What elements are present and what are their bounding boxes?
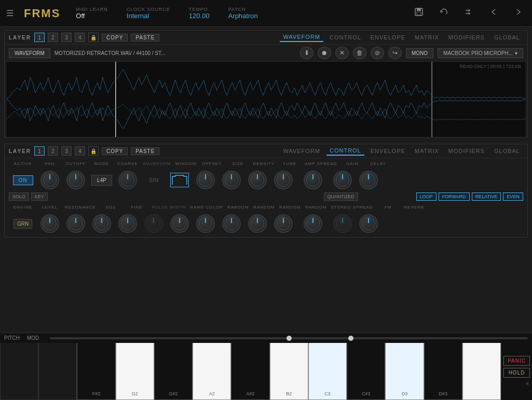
- piano-key-dsharp3[interactable]: D#3: [424, 343, 462, 400]
- piano-key-fsharp2[interactable]: F#2: [77, 343, 115, 400]
- tab-matrix1[interactable]: MATRIX: [412, 33, 442, 42]
- forward-button[interactable]: FORWARD: [439, 192, 470, 201]
- layer2-num2-button[interactable]: 2: [48, 146, 58, 156]
- piano-key-partial-left2[interactable]: [38, 343, 77, 400]
- undo-button[interactable]: [436, 5, 451, 22]
- layer2-num4-button[interactable]: 4: [75, 146, 85, 156]
- density-label-item: DENSITY: [251, 160, 277, 169]
- reverb-knob[interactable]: [359, 214, 378, 233]
- loop-button[interactable]: LOOP: [416, 192, 436, 201]
- save-button[interactable]: [412, 5, 426, 22]
- clock-source-value[interactable]: Internal: [127, 12, 170, 20]
- waveform-mode-button[interactable]: WAVEFORM: [9, 48, 50, 58]
- pan-knob[interactable]: [40, 171, 59, 189]
- tab-control1[interactable]: CONTROL: [326, 33, 364, 42]
- waveform-display[interactable]: READ-ONLY | 00:05 | 723 KB // We'll draw…: [7, 62, 525, 137]
- edit-icon-button[interactable]: ↪: [388, 47, 402, 59]
- close-icon-button[interactable]: ✕: [335, 47, 349, 59]
- random2-knob[interactable]: [222, 214, 241, 233]
- resonance-knob[interactable]: [66, 214, 85, 233]
- layer2-lock-button[interactable]: 🔒: [88, 146, 99, 156]
- even-button[interactable]: EVEN: [503, 192, 523, 201]
- piano-key-a2[interactable]: A2: [193, 343, 231, 400]
- key-button[interactable]: KEY: [31, 192, 48, 201]
- tab-modifiers1[interactable]: MODIFIERS: [445, 33, 488, 42]
- random1-knob[interactable]: [196, 214, 215, 233]
- tab-waveform1[interactable]: WAVEFORM: [280, 33, 323, 42]
- piano-key-csharp3[interactable]: C#3: [347, 343, 385, 400]
- random-button[interactable]: [461, 5, 476, 22]
- mode-button[interactable]: L4P: [91, 175, 112, 186]
- record-icon-button[interactable]: ⏺: [318, 47, 331, 59]
- next-patch-button[interactable]: [511, 5, 526, 22]
- delete-icon-button[interactable]: 🗑: [353, 47, 366, 59]
- pitch-thumb1[interactable]: [287, 336, 292, 341]
- piano-key-gsharp2[interactable]: G#2: [154, 343, 193, 400]
- audio-device-button[interactable]: MACBOOK PRO MICROPH... ▾: [438, 48, 523, 58]
- level-knob[interactable]: [40, 214, 59, 233]
- layer1-num1-button[interactable]: 1: [34, 33, 45, 42]
- layer2-copy-button[interactable]: COPY: [102, 147, 128, 155]
- layer2-paste-button[interactable]: PASTE: [131, 147, 159, 155]
- random4-knob[interactable]: [274, 214, 293, 233]
- piano-key-partial-left[interactable]: [0, 343, 38, 400]
- piano-key-g2[interactable]: G2: [116, 343, 154, 400]
- quantized-button[interactable]: QUANTIZED: [324, 192, 358, 201]
- midi-learn-value[interactable]: Off: [76, 12, 108, 20]
- tab-waveform2[interactable]: WAVEFORM: [280, 147, 323, 155]
- layer2-num1-button[interactable]: 1: [34, 146, 45, 156]
- size-knob[interactable]: [222, 171, 241, 189]
- download-icon-button[interactable]: ⬇: [300, 47, 313, 59]
- fine-knob[interactable]: [118, 214, 137, 233]
- layer1-paste-button[interactable]: PASTE: [131, 34, 159, 42]
- delay-knob[interactable]: [359, 171, 378, 189]
- grn-button[interactable]: GRN: [13, 219, 32, 229]
- layer1-num3-button[interactable]: 3: [61, 33, 72, 42]
- on-button[interactable]: ON: [13, 175, 33, 185]
- tab-matrix2[interactable]: MATRIX: [412, 147, 442, 155]
- fm-knob[interactable]: [333, 214, 352, 233]
- rand-color-knob[interactable]: [170, 214, 189, 233]
- pitch-slider[interactable]: [50, 337, 528, 339]
- tab-envelope2[interactable]: ENVELOPE: [367, 147, 408, 155]
- hold-button[interactable]: HOLD: [503, 368, 530, 378]
- tab-global1[interactable]: GLOBAL: [491, 33, 523, 42]
- tab-modifiers2[interactable]: MODIFIERS: [445, 147, 488, 155]
- cutoff-knob[interactable]: [66, 171, 85, 189]
- tab-global2[interactable]: GLOBAL: [491, 147, 523, 155]
- size-ctrl-label: SIZE: [232, 161, 243, 166]
- window-shape[interactable]: [170, 173, 189, 187]
- piano-key-partial-right[interactable]: [462, 343, 501, 400]
- mono-button[interactable]: MONO: [406, 48, 433, 58]
- piano-key-asharp2[interactable]: A#2: [231, 343, 269, 400]
- pulse-width-knob[interactable]: [144, 214, 163, 233]
- piano-key-b2[interactable]: B2: [270, 343, 308, 400]
- layer1-num2-button[interactable]: 2: [48, 33, 58, 42]
- piano-key-d3[interactable]: D3: [385, 343, 424, 400]
- gain-knob[interactable]: [333, 171, 352, 189]
- loop-icon-button[interactable]: ⊘: [371, 47, 384, 59]
- solo-button[interactable]: SOLO: [9, 192, 29, 201]
- patch-value[interactable]: Arphatron: [228, 12, 258, 20]
- panic-button[interactable]: PANIC: [503, 356, 530, 366]
- layer1-lock-button[interactable]: 🔒: [88, 33, 99, 42]
- density-knob[interactable]: [248, 171, 267, 189]
- menu-icon[interactable]: ☰: [6, 8, 13, 18]
- offset-knob[interactable]: [196, 171, 215, 189]
- tune-knob[interactable]: [274, 171, 293, 189]
- piano-key-c3[interactable]: C3: [308, 343, 347, 400]
- coarse-knob[interactable]: [118, 171, 137, 189]
- prev-patch-button[interactable]: [486, 5, 501, 22]
- layer1-num4-button[interactable]: 4: [75, 33, 85, 42]
- pitch-thumb2[interactable]: [348, 336, 353, 341]
- amp-spread-knob[interactable]: [304, 171, 322, 189]
- random3-knob[interactable]: [248, 214, 267, 233]
- layer2-num3-button[interactable]: 3: [61, 146, 72, 156]
- tab-control2[interactable]: CONTROL: [326, 146, 364, 156]
- tab-envelope1[interactable]: ENVELOPE: [367, 33, 408, 42]
- relative-button[interactable]: RELATIVE: [472, 192, 501, 201]
- eg2-knob[interactable]: [92, 214, 111, 233]
- stereo-spread-knob[interactable]: [304, 214, 322, 233]
- layer1-copy-button[interactable]: COPY: [102, 34, 128, 42]
- tempo-value[interactable]: 120.00: [189, 12, 210, 20]
